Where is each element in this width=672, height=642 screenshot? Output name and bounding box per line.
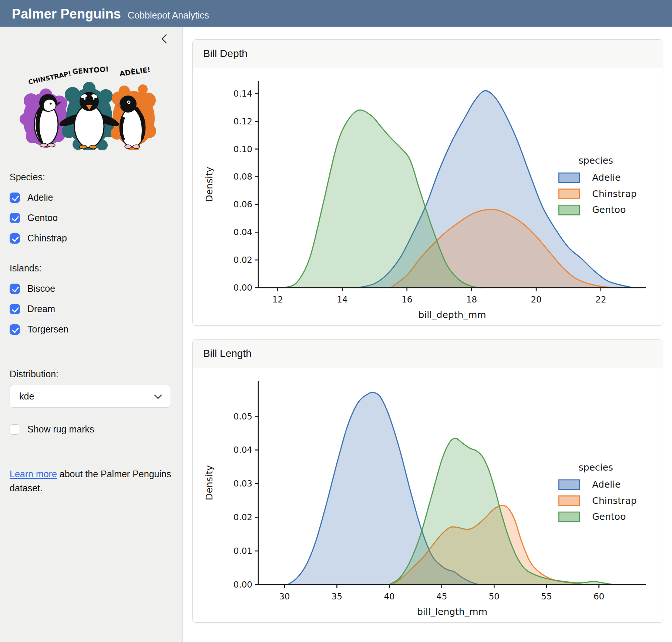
penguins-artwork: CHINSTRAP! GENTOO! ADÉLIE! [10,57,171,150]
island-option-dream: Dream [10,304,173,314]
rug-checkbox-label[interactable]: Show rug marks [27,424,94,435]
x-axis-label: bill_depth_mm [418,310,486,320]
svg-text:0.06: 0.06 [233,200,252,209]
islands-label: Islands: [10,263,173,274]
svg-text:0.00: 0.00 [233,283,252,292]
bill-length-card: Bill Length 0.000.010.020.030.040.053035… [192,339,663,623]
bill-length-plot: 0.000.010.020.030.040.0530354045505560bi… [196,371,659,620]
bill-depth-card-title: Bill Depth [193,40,663,68]
svg-text:18: 18 [466,295,477,304]
svg-text:0.14: 0.14 [233,89,252,98]
rug-group: Show rug marks [10,424,173,435]
svg-text:0.08: 0.08 [233,172,252,181]
svg-text:0.02: 0.02 [233,255,252,265]
species-option-chinstrap: Chinstrap [10,233,173,244]
bill-depth-card-body: 0.000.020.040.060.080.100.120.1412141618… [193,68,663,325]
svg-text:0.04: 0.04 [233,445,252,455]
species-filter-group: Species: Adelie Gentoo Chinstrap [10,172,173,244]
islands-filter-group: Islands: Biscoe Dream Torgersen [10,263,173,335]
svg-text:0.02: 0.02 [233,512,252,522]
island-option-biscoe: Biscoe [10,283,173,294]
svg-text:0.05: 0.05 [233,412,252,421]
svg-text:0.10: 0.10 [233,144,252,154]
bill-depth-plot: 0.000.020.040.060.080.100.120.1412141618… [196,71,659,323]
chevron-left-icon [159,33,170,45]
island-option-torgersen: Torgersen [10,324,173,335]
species-label: Species: [10,172,173,183]
bill-length-card-body: 0.000.010.020.030.040.0530354045505560bi… [193,368,663,622]
main-content: Bill Depth 0.000.020.040.060.080.100.120… [183,27,672,642]
island-checkbox-dream[interactable] [10,304,20,314]
svg-text:35: 35 [332,592,342,601]
app-subtitle: Cobblepot Analytics [128,10,209,21]
distribution-group: Distribution: kde [10,369,173,408]
legend-label-Gentoo: Gentoo [592,511,626,522]
species-option-adelie: Adelie [10,192,173,203]
svg-text:0.12: 0.12 [233,117,252,126]
artwork-label-adelie: ADÉLIE! [119,65,151,78]
app-header: Palmer Penguins Cobblepot Analytics [0,0,672,27]
svg-text:45: 45 [436,592,447,601]
sidebar: CHINSTRAP! GENTOO! ADÉLIE! Species: Adel… [0,27,183,642]
svg-text:14: 14 [337,295,347,304]
svg-text:30: 30 [279,592,290,601]
island-checkbox-torgersen[interactable] [10,324,20,335]
species-option-gentoo: Gentoo [10,213,173,223]
x-axis-label: bill_length_mm [417,606,487,617]
legend: speciesAdelieChinstrapGentoo [559,462,636,522]
y-axis-label: Density [204,465,215,500]
sidebar-footer: Learn more about the Palmer Penguins dat… [10,467,172,495]
svg-text:16: 16 [401,295,412,304]
svg-text:0.00: 0.00 [233,580,252,589]
x-axis: 121416182022 [272,288,607,304]
species-checkbox-adelie-label[interactable]: Adelie [27,192,53,203]
y-axis: 0.000.020.040.060.080.100.120.14 [233,89,258,292]
svg-text:0.04: 0.04 [233,227,252,237]
species-checkbox-chinstrap[interactable] [10,233,20,244]
svg-text:0.01: 0.01 [233,546,252,556]
svg-text:22: 22 [595,295,606,304]
learn-more-link[interactable]: Learn more [10,469,57,479]
legend-title: species [579,462,613,473]
bill-depth-card: Bill Depth 0.000.020.040.060.080.100.120… [192,39,663,326]
species-checkbox-gentoo[interactable] [10,213,20,223]
artwork-label-gentoo: GENTOO! [72,65,109,76]
legend-label-Adelie: Adelie [592,479,621,490]
svg-text:40: 40 [384,592,394,601]
legend: speciesAdelieChinstrapGentoo [559,155,636,215]
island-checkbox-dream-label[interactable]: Dream [27,304,55,314]
distribution-label: Distribution: [10,369,173,379]
species-checkbox-chinstrap-label[interactable]: Chinstrap [27,233,67,244]
rug-checkbox[interactable] [10,424,20,435]
island-checkbox-biscoe-label[interactable]: Biscoe [27,283,55,294]
svg-text:0.03: 0.03 [233,479,252,488]
svg-text:55: 55 [541,592,552,601]
legend-title: species [579,155,613,166]
legend-label-Gentoo: Gentoo [592,204,626,215]
svg-text:12: 12 [272,295,283,304]
y-axis-label: Density [204,167,215,202]
sidebar-collapse-button[interactable] [158,33,171,45]
svg-text:60: 60 [594,592,604,601]
app-title: Palmer Penguins [12,6,121,22]
island-checkbox-biscoe[interactable] [10,284,20,294]
distribution-select[interactable]: kde [10,385,171,408]
svg-text:50: 50 [489,592,500,601]
island-checkbox-torgersen-label[interactable]: Torgersen [27,324,68,335]
legend-label-Chinstrap: Chinstrap [592,495,636,506]
species-checkbox-adelie[interactable] [10,193,20,203]
legend-label-Adelie: Adelie [592,172,621,183]
x-axis: 30354045505560 [279,585,604,601]
y-axis: 0.000.010.020.030.040.05 [233,412,258,590]
bill-length-card-title: Bill Length [193,340,663,368]
svg-text:20: 20 [531,295,541,304]
species-checkbox-gentoo-label[interactable]: Gentoo [27,213,58,223]
legend-label-Chinstrap: Chinstrap [592,188,636,199]
artwork-label-chinstrap: CHINSTRAP! [28,70,72,86]
